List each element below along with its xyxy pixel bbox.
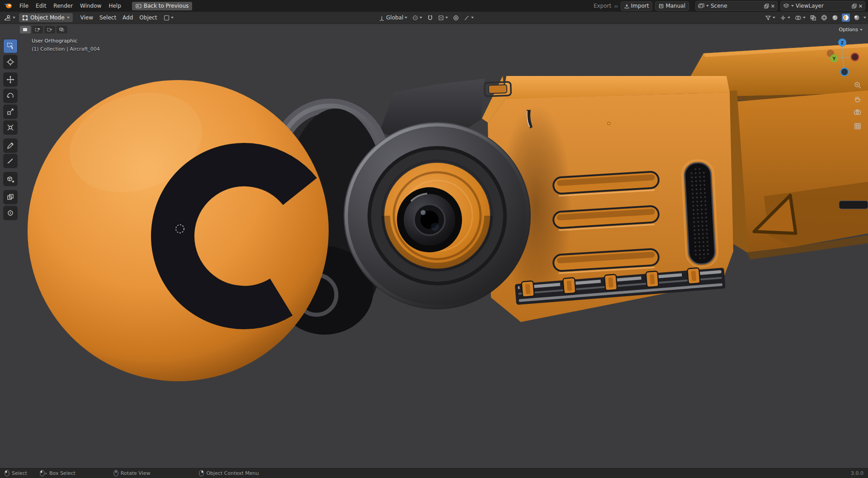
aircraft-rear-hull[interactable] bbox=[725, 90, 868, 260]
proportional-edit-toggle[interactable] bbox=[452, 13, 460, 22]
back-icon bbox=[136, 4, 142, 9]
select-mode-intersect[interactable] bbox=[57, 26, 67, 33]
blender-logo-icon bbox=[4, 3, 12, 9]
unlink-scene-icon[interactable] bbox=[771, 4, 775, 8]
axis-negz-ball[interactable] bbox=[841, 68, 849, 76]
axis-y-label: Y bbox=[832, 57, 836, 61]
hint-rotate-view: Rotate View bbox=[113, 470, 151, 477]
menu-object[interactable]: Object bbox=[136, 12, 160, 24]
shading-wireframe-button[interactable] bbox=[820, 14, 828, 22]
scene-selector[interactable]: Scene bbox=[695, 1, 778, 11]
menu-edit[interactable]: Edit bbox=[32, 0, 50, 12]
menu-help[interactable]: Help bbox=[105, 0, 124, 12]
3d-viewport[interactable]: User Orthographic (1) Collection | Aircr… bbox=[0, 24, 868, 469]
tool-scale[interactable] bbox=[4, 105, 17, 118]
mode-dropdown[interactable]: Object Mode bbox=[19, 13, 73, 22]
select-mode-extend[interactable] bbox=[32, 26, 43, 33]
shading-rendered-button[interactable] bbox=[853, 14, 861, 22]
header-right-cluster bbox=[764, 12, 866, 24]
tool-annotate[interactable] bbox=[4, 139, 17, 152]
shading-dropdown-chevron-icon[interactable] bbox=[863, 17, 866, 19]
remove-view-layer-icon[interactable] bbox=[859, 4, 863, 8]
active-object-overlay: (1) Collection | Aircraft_004 bbox=[32, 46, 100, 52]
ortho-toggle-button[interactable] bbox=[853, 121, 863, 131]
empty-object-dot[interactable] bbox=[608, 122, 610, 125]
new-view-layer-icon[interactable] bbox=[852, 4, 857, 9]
show-gizmo-dropdown[interactable] bbox=[779, 13, 791, 22]
visibility-filter-dropdown[interactable] bbox=[764, 13, 776, 22]
new-scene-icon[interactable] bbox=[764, 4, 769, 9]
tool-duplicate[interactable] bbox=[4, 190, 17, 204]
mouse-drag-icon bbox=[40, 470, 47, 477]
top-menu-bar: File Edit Render Window Help Back to Pre… bbox=[0, 0, 868, 12]
workspace-tab-import[interactable]: Import bbox=[621, 1, 653, 11]
scale-icon bbox=[6, 108, 14, 116]
hint-select: Select bbox=[5, 470, 27, 477]
menu-add[interactable]: Add bbox=[119, 12, 136, 24]
tool-add-cube[interactable] bbox=[4, 172, 17, 186]
blender-window: User Orthographic (1) Collection | Aircr… bbox=[0, 0, 868, 478]
overlays-dropdown[interactable] bbox=[794, 13, 807, 22]
hint-context-menu: Object Context Menu bbox=[199, 470, 259, 477]
select-subtract-icon bbox=[47, 27, 53, 32]
rendered-sphere-icon bbox=[854, 14, 860, 21]
snap-toggle[interactable] bbox=[426, 13, 434, 22]
pivot-point-dropdown[interactable] bbox=[411, 13, 423, 22]
filter-funnel-icon bbox=[765, 15, 771, 21]
camera-view-button[interactable] bbox=[853, 107, 863, 117]
tool-measure[interactable] bbox=[4, 154, 17, 168]
grid-icon bbox=[164, 15, 170, 21]
zoom-button[interactable] bbox=[853, 80, 863, 90]
wireframe-sphere-icon bbox=[821, 14, 827, 21]
tool-transform[interactable] bbox=[4, 121, 17, 134]
workspace-tab-export[interactable]: Export bbox=[594, 3, 611, 9]
editor-type-dropdown[interactable] bbox=[3, 13, 16, 22]
blender-version: 3.0.0 bbox=[851, 470, 863, 476]
transform-orientation-dropdown[interactable]: Global bbox=[378, 13, 408, 22]
chevron-down-icon bbox=[773, 17, 775, 19]
pan-button[interactable] bbox=[853, 94, 863, 104]
manual-icon bbox=[659, 4, 664, 9]
back-to-previous-button[interactable]: Back to Previous bbox=[132, 2, 193, 10]
snap-target-icon bbox=[438, 15, 444, 21]
proportional-falloff-dropdown[interactable] bbox=[463, 13, 475, 22]
mouse-middle-icon bbox=[113, 470, 118, 477]
axis-x-ball[interactable] bbox=[851, 53, 859, 61]
tool-cursor[interactable] bbox=[4, 55, 17, 69]
menu-select[interactable]: Select bbox=[96, 12, 119, 24]
menu-view[interactable]: View bbox=[77, 12, 96, 24]
editor-type-icon bbox=[4, 14, 11, 21]
cursor-icon bbox=[6, 58, 14, 66]
chevron-down-icon bbox=[13, 17, 15, 19]
tool-select-box[interactable] bbox=[4, 39, 17, 53]
tool-options-dropdown[interactable]: Options bbox=[836, 26, 866, 33]
tool-move[interactable] bbox=[4, 73, 17, 86]
tab-overflow-chevrons-icon[interactable]: ›› bbox=[614, 3, 618, 9]
app-menu-button[interactable] bbox=[0, 3, 16, 9]
manual-label: Manual bbox=[665, 3, 685, 9]
select-mode-subtract[interactable] bbox=[44, 26, 55, 33]
mode-extras-dropdown[interactable] bbox=[163, 13, 175, 22]
chevron-down-icon bbox=[171, 17, 174, 19]
menu-window[interactable]: Window bbox=[76, 0, 105, 12]
snap-settings-dropdown[interactable] bbox=[437, 13, 449, 22]
snap-magnet-icon bbox=[427, 15, 433, 21]
shading-solid-button[interactable] bbox=[831, 14, 839, 22]
menu-file[interactable]: File bbox=[16, 0, 32, 12]
tool-extra[interactable] bbox=[4, 206, 17, 220]
hint-box-select: Box Select bbox=[40, 470, 75, 477]
engine-pod[interactable] bbox=[344, 122, 531, 309]
view-layer-selector[interactable]: ViewLayer bbox=[780, 1, 865, 11]
select-new-icon bbox=[22, 27, 28, 32]
shading-material-button[interactable] bbox=[842, 14, 850, 22]
menu-render[interactable]: Render bbox=[50, 0, 76, 12]
zoom-icon bbox=[854, 81, 862, 89]
navigation-gizmo[interactable]: Y Z bbox=[821, 33, 864, 78]
material-sphere-icon bbox=[843, 14, 849, 21]
xray-toggle[interactable] bbox=[809, 13, 817, 22]
viewport-render[interactable] bbox=[0, 0, 868, 478]
view-layer-icon bbox=[783, 3, 789, 9]
workspace-tab-manual[interactable]: Manual bbox=[655, 1, 689, 11]
tool-rotate[interactable] bbox=[4, 89, 17, 103]
select-mode-new[interactable] bbox=[20, 26, 31, 33]
